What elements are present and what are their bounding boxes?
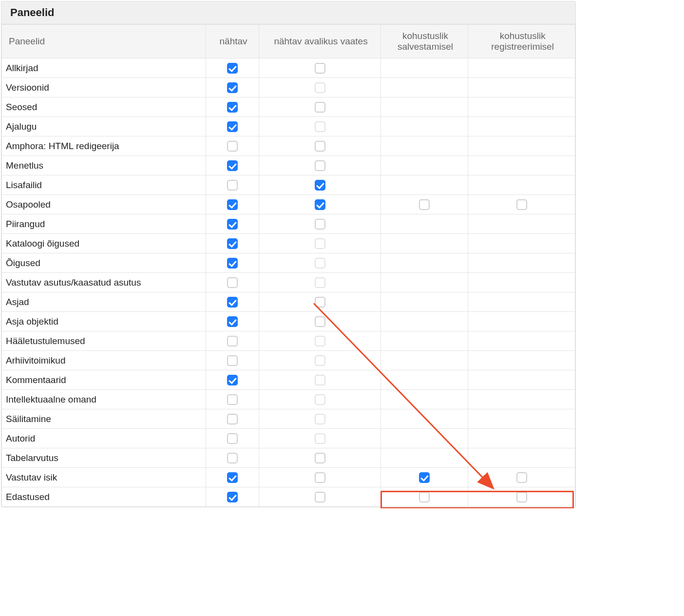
row-label: Seosed <box>2 97 206 117</box>
table-row: Piirangud <box>2 214 575 234</box>
checkbox-visible[interactable] <box>227 375 238 385</box>
checkbox-public[interactable] <box>315 141 325 152</box>
row-label: Asjad <box>2 292 206 312</box>
table-row: Menetlus <box>2 156 575 175</box>
row-label: Ajalugu <box>2 117 206 136</box>
checkbox-visible[interactable] <box>227 141 238 152</box>
col-header-public: nähtav avalikus vaates <box>259 25 380 58</box>
table-row: Tabelarvutus <box>2 448 575 468</box>
panel-paneelid: Paneelid Paneelid nähtav nähtav avalikus… <box>1 1 576 507</box>
checkbox-public[interactable] <box>315 180 325 191</box>
checkbox-visible[interactable] <box>227 355 238 366</box>
table-row: Kataloogi õigused <box>2 234 575 253</box>
table-row: Asjad <box>2 292 575 312</box>
checkbox-public[interactable] <box>315 414 325 424</box>
checkbox-visible[interactable] <box>227 472 238 483</box>
row-label: Menetlus <box>2 156 206 175</box>
checkbox-visible[interactable] <box>227 297 238 308</box>
row-label: Allkirjad <box>2 58 206 78</box>
table-row: Asja objektid <box>2 312 575 331</box>
checkbox-public[interactable] <box>315 219 325 230</box>
row-label: Intellektuaalne omand <box>2 390 206 409</box>
checkbox-public[interactable] <box>315 160 325 171</box>
checkbox-required-register[interactable] <box>516 492 527 502</box>
table-row: Versioonid <box>2 78 575 97</box>
table-row: Intellektuaalne omand <box>2 390 575 409</box>
checkbox-visible[interactable] <box>227 433 238 444</box>
row-label: Kommentaarid <box>2 370 206 390</box>
checkbox-visible[interactable] <box>227 160 238 171</box>
row-label: Amphora: HTML redigeerija <box>2 136 206 156</box>
checkbox-visible[interactable] <box>227 238 238 249</box>
checkbox-visible[interactable] <box>227 258 238 269</box>
row-label: Vastutav asutus/kaasatud asutus <box>2 273 206 292</box>
checkbox-visible[interactable] <box>227 336 238 346</box>
checkbox-visible[interactable] <box>227 121 238 132</box>
checkbox-visible[interactable] <box>227 492 238 502</box>
checkbox-public[interactable] <box>315 121 325 132</box>
checkbox-required-register[interactable] <box>516 472 527 483</box>
table-row: Hääletustulemused <box>2 331 575 351</box>
checkbox-visible[interactable] <box>227 453 238 463</box>
table-row: Ajalugu <box>2 117 575 136</box>
row-label: Arhiivitoimikud <box>2 351 206 370</box>
panels-table: Paneelid nähtav nähtav avalikus vaates k… <box>1 24 575 507</box>
checkbox-public[interactable] <box>315 375 325 385</box>
checkbox-visible[interactable] <box>227 82 238 93</box>
checkbox-required-save[interactable] <box>419 199 430 210</box>
table-row: Allkirjad <box>2 58 575 78</box>
table-row: Autorid <box>2 429 575 448</box>
checkbox-public[interactable] <box>315 63 325 74</box>
checkbox-public[interactable] <box>315 102 325 113</box>
checkbox-visible[interactable] <box>227 199 238 210</box>
checkbox-visible[interactable] <box>227 394 238 405</box>
row-label: Vastutav isik <box>2 468 206 487</box>
table-row: Õigused <box>2 253 575 273</box>
checkbox-public[interactable] <box>315 472 325 483</box>
checkbox-public[interactable] <box>315 199 325 210</box>
row-label: Õigused <box>2 253 206 273</box>
row-label: Hääletustulemused <box>2 331 206 351</box>
checkbox-visible[interactable] <box>227 102 238 113</box>
checkbox-visible[interactable] <box>227 414 238 424</box>
row-label: Edastused <box>2 487 206 507</box>
table-row: Säilitamine <box>2 409 575 429</box>
checkbox-public[interactable] <box>315 277 325 288</box>
table-header-row: Paneelid nähtav nähtav avalikus vaates k… <box>2 25 575 58</box>
checkbox-visible[interactable] <box>227 316 238 327</box>
checkbox-public[interactable] <box>315 492 325 502</box>
checkbox-public[interactable] <box>315 258 325 269</box>
checkbox-visible[interactable] <box>227 63 238 74</box>
panel-title: Paneelid <box>1 1 575 24</box>
table-row: Edastused <box>2 487 575 507</box>
checkbox-public[interactable] <box>315 82 325 93</box>
checkbox-visible[interactable] <box>227 219 238 230</box>
col-header-label: Paneelid <box>2 25 206 58</box>
col-header-reqsave: kohustuslik salvestamisel <box>380 25 468 58</box>
row-label: Versioonid <box>2 78 206 97</box>
row-label: Kataloogi õigused <box>2 234 206 253</box>
checkbox-required-register[interactable] <box>516 199 527 210</box>
checkbox-visible[interactable] <box>227 180 238 191</box>
checkbox-public[interactable] <box>315 453 325 463</box>
checkbox-public[interactable] <box>315 433 325 444</box>
checkbox-public[interactable] <box>315 355 325 366</box>
checkbox-required-save[interactable] <box>419 492 430 502</box>
row-label: Asja objektid <box>2 312 206 331</box>
table-row: Seosed <box>2 97 575 117</box>
row-label: Piirangud <box>2 214 206 234</box>
checkbox-public[interactable] <box>315 297 325 308</box>
table-row: Vastutav isik <box>2 468 575 487</box>
checkbox-visible[interactable] <box>227 277 238 288</box>
table-row: Kommentaarid <box>2 370 575 390</box>
row-label: Osapooled <box>2 195 206 214</box>
col-header-visible: nähtav <box>206 25 259 58</box>
checkbox-public[interactable] <box>315 336 325 346</box>
checkbox-public[interactable] <box>315 316 325 327</box>
table-row: Lisafailid <box>2 175 575 195</box>
checkbox-public[interactable] <box>315 238 325 249</box>
checkbox-public[interactable] <box>315 394 325 405</box>
table-row: Amphora: HTML redigeerija <box>2 136 575 156</box>
row-label: Tabelarvutus <box>2 448 206 468</box>
checkbox-required-save[interactable] <box>419 472 430 483</box>
